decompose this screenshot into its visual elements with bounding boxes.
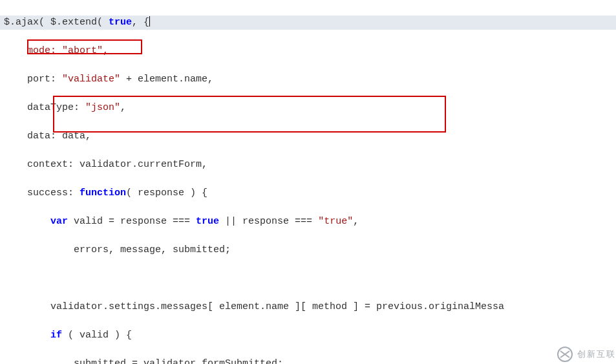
code-text: dataType: <box>4 102 85 113</box>
code-text: , <box>120 102 126 113</box>
code-line: submitted = validator.formSubmitted; <box>4 357 612 364</box>
code-line: port: "validate" + element.name, <box>4 72 612 87</box>
watermark-logo-icon <box>555 346 575 363</box>
code-line: context: validator.currentForm, <box>4 158 612 172</box>
code-text: , { <box>132 17 149 28</box>
code-line: mode: "abort", <box>4 44 612 58</box>
watermark-text: 创新互联 <box>577 347 616 361</box>
code-line: dataType: "json", <box>4 101 612 115</box>
code-line <box>4 272 612 286</box>
code-text: || response === <box>219 216 318 227</box>
code-text: success: <box>4 187 80 198</box>
string-literal: "validate" <box>62 74 120 85</box>
string-literal: "json" <box>85 102 120 113</box>
code-text: ( response ) { <box>126 187 207 198</box>
code-line: success: function( response ) { <box>4 186 612 200</box>
code-text: errors, message, submitted; <box>4 244 231 255</box>
code-text <box>4 216 50 227</box>
keyword: var <box>50 216 68 227</box>
keyword: true <box>109 17 132 28</box>
keyword: function <box>80 187 126 198</box>
code-text: validator.settings.messages[ element.nam… <box>4 301 504 312</box>
code-text: + element.name, <box>120 74 213 85</box>
code-editor: $.ajax( $.extend( true, { mode: "abort",… <box>0 0 616 364</box>
code-text: context: validator.currentForm, <box>4 159 207 170</box>
code-text: $.ajax( $.extend( <box>4 17 109 28</box>
code-line: data: data, <box>4 129 612 144</box>
code-text: submitted = validator.formSubmitted; <box>4 358 283 364</box>
cursor-icon <box>149 16 150 27</box>
keyword: if <box>50 330 62 341</box>
code-line: $.ajax( $.extend( true, { <box>0 16 616 30</box>
code-line: if ( valid ) { <box>4 328 612 343</box>
code-line: validator.settings.messages[ element.nam… <box>4 300 612 314</box>
code-text: mode: "abort", <box>4 45 109 56</box>
code-line: var valid = response === true || respons… <box>4 215 612 229</box>
watermark: 创新互联 <box>555 346 616 363</box>
code-text: ( valid ) { <box>62 330 132 341</box>
code-text: port: <box>4 74 62 85</box>
code-text: valid = response === <box>68 216 196 227</box>
keyword: true <box>196 216 219 227</box>
code-text <box>4 330 50 341</box>
code-text: , <box>353 216 359 227</box>
string-literal: "true" <box>318 216 353 227</box>
code-line: errors, message, submitted; <box>4 243 612 257</box>
code-text: data: data, <box>4 131 91 142</box>
